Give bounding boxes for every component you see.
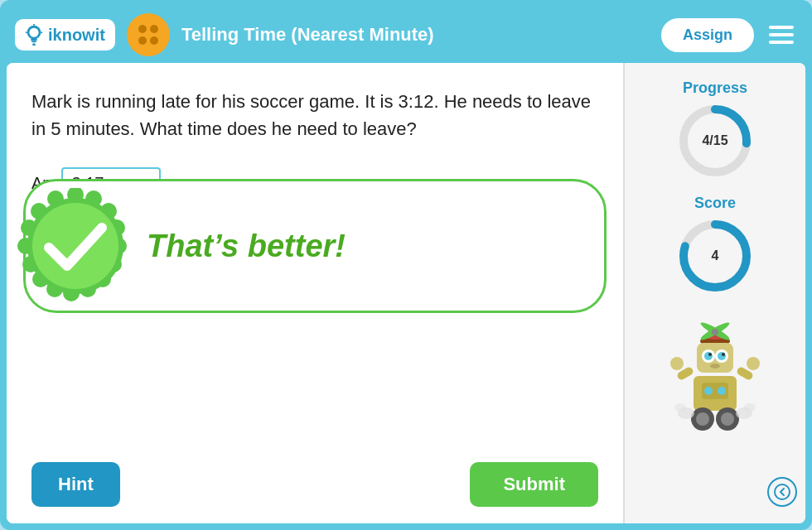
- progress-section: Progress 4/15: [678, 80, 752, 178]
- main-content: Mark is running late for his soccer game…: [7, 63, 805, 523]
- progress-circle: 4/15: [678, 104, 752, 178]
- submit-button[interactable]: Submit: [470, 462, 598, 507]
- svg-rect-1: [31, 39, 36, 41]
- success-overlay: That’s better!: [23, 179, 607, 313]
- menu-button[interactable]: [766, 22, 797, 47]
- svg-point-51: [747, 357, 760, 370]
- svg-point-43: [710, 364, 720, 369]
- header: iknowit Telling Time (Nearest Minute) As…: [7, 7, 805, 63]
- hint-button[interactable]: Hint: [31, 462, 120, 507]
- question-text: Mark is running late for his soccer game…: [31, 88, 598, 142]
- svg-point-7: [32, 43, 36, 46]
- back-button[interactable]: [767, 477, 797, 507]
- right-panel: Progress 4/15 Score 4: [623, 63, 805, 523]
- svg-point-6: [29, 28, 38, 37]
- svg-point-46: [704, 387, 713, 395]
- back-icon[interactable]: [767, 477, 797, 507]
- activity-dots-icon: [138, 25, 158, 45]
- svg-point-60: [775, 484, 790, 499]
- svg-point-41: [708, 353, 712, 356]
- logo: iknowit: [15, 19, 115, 51]
- svg-rect-2: [31, 41, 36, 42]
- score-section: Score 4: [678, 195, 752, 293]
- logo-text: iknowit: [48, 26, 105, 45]
- score-label: Score: [694, 195, 736, 212]
- feedback-message: That’s better!: [147, 229, 346, 264]
- svg-point-59: [744, 403, 756, 412]
- robot-svg: [665, 318, 765, 450]
- svg-point-54: [696, 412, 709, 426]
- progress-label: Progress: [683, 80, 747, 97]
- activity-title: Telling Time (Nearest Minute): [181, 24, 650, 46]
- progress-value: 4/15: [702, 133, 727, 148]
- back-arrow-icon: [774, 484, 790, 500]
- checkmark-badge: [17, 188, 133, 304]
- svg-point-39: [704, 352, 713, 360]
- svg-point-40: [718, 352, 726, 360]
- badge-svg: [17, 188, 133, 304]
- robot-character: [665, 318, 765, 450]
- left-panel: Mark is running late for his soccer game…: [7, 63, 623, 523]
- activity-icon: [127, 13, 170, 56]
- hamburger-line-3: [769, 41, 794, 44]
- score-value: 4: [712, 248, 719, 263]
- svg-point-47: [718, 387, 726, 395]
- bottom-buttons: Hint Submit: [31, 454, 598, 507]
- logo-icon: [25, 24, 43, 46]
- app-frame: iknowit Telling Time (Nearest Minute) As…: [0, 0, 812, 530]
- svg-point-42: [722, 353, 725, 356]
- svg-point-35: [712, 329, 718, 335]
- assign-button[interactable]: Assign: [661, 18, 754, 52]
- hamburger-line-1: [769, 26, 794, 29]
- svg-point-50: [670, 357, 684, 370]
- svg-point-57: [674, 403, 686, 412]
- score-circle: 4: [678, 219, 752, 293]
- hamburger-line-2: [769, 33, 794, 36]
- svg-point-55: [721, 412, 734, 426]
